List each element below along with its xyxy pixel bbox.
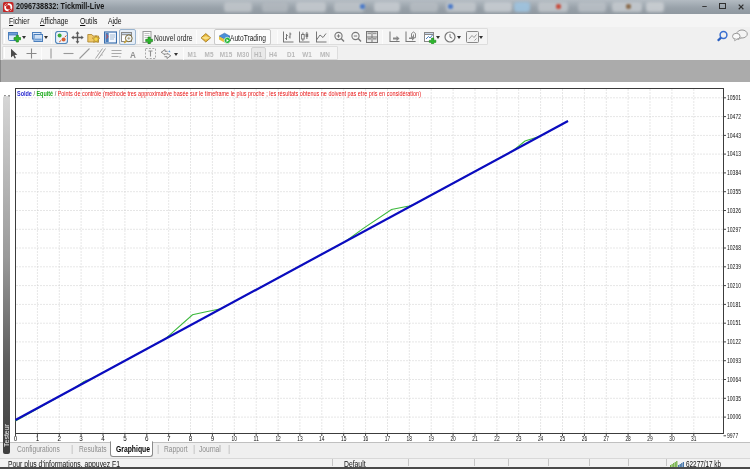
svg-text:10151: 10151 (727, 319, 741, 326)
svg-text:4: 4 (101, 435, 105, 442)
svg-text:17: 17 (385, 435, 391, 442)
svg-text:0: 0 (14, 435, 18, 442)
svg-text:25: 25 (560, 435, 566, 442)
svg-text:18: 18 (407, 435, 413, 442)
svg-text:10472: 10472 (727, 113, 741, 120)
svg-text:10355: 10355 (727, 188, 741, 195)
svg-text:10501: 10501 (727, 94, 741, 101)
svg-text:28: 28 (625, 435, 631, 442)
svg-text:10064: 10064 (727, 376, 741, 383)
svg-text:27: 27 (604, 435, 610, 442)
svg-text:13: 13 (297, 435, 303, 442)
svg-text:20: 20 (450, 435, 456, 442)
svg-text:8: 8 (189, 435, 193, 442)
svg-text:1: 1 (36, 435, 40, 442)
svg-text:10122: 10122 (727, 338, 741, 345)
svg-text:10297: 10297 (727, 226, 741, 233)
svg-text:10413: 10413 (727, 150, 741, 157)
svg-text:7: 7 (167, 435, 171, 442)
svg-text:21: 21 (472, 435, 478, 442)
svg-text:12: 12 (275, 435, 281, 442)
svg-text:2: 2 (58, 435, 62, 442)
svg-text:9977: 9977 (727, 432, 739, 439)
svg-text:10: 10 (232, 435, 238, 442)
svg-text:23: 23 (516, 435, 522, 442)
svg-text:10035: 10035 (727, 395, 741, 402)
svg-text:9: 9 (211, 435, 215, 442)
svg-text:10093: 10093 (727, 357, 741, 364)
svg-text:10210: 10210 (727, 282, 741, 289)
svg-text:16: 16 (363, 435, 369, 442)
svg-text:14: 14 (319, 435, 325, 442)
svg-text:26: 26 (582, 435, 588, 442)
svg-text:29: 29 (647, 435, 653, 442)
svg-text:10006: 10006 (727, 413, 741, 420)
svg-text:19: 19 (429, 435, 435, 442)
svg-text:10384: 10384 (727, 169, 741, 176)
svg-text:3: 3 (79, 435, 83, 442)
svg-text:31: 31 (691, 435, 697, 442)
svg-text:22: 22 (494, 435, 500, 442)
svg-text:10268: 10268 (727, 244, 741, 251)
svg-text:15: 15 (341, 435, 347, 442)
svg-text:10443: 10443 (727, 132, 741, 139)
svg-text:10326: 10326 (727, 207, 741, 214)
svg-text:11: 11 (254, 435, 260, 442)
svg-text:24: 24 (538, 435, 544, 442)
svg-text:10181: 10181 (727, 301, 741, 308)
svg-text:30: 30 (669, 435, 675, 442)
svg-text:10239: 10239 (727, 263, 741, 270)
